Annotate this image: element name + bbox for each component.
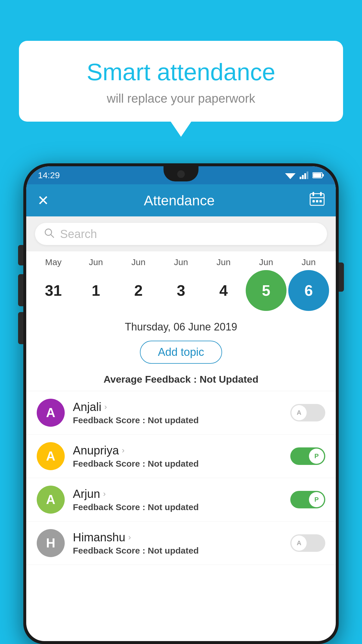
volume-up-button[interactable] <box>18 274 23 306</box>
student-feedback-anjali: Feedback Score : Not updated <box>73 415 282 425</box>
svg-rect-2 <box>300 177 301 179</box>
cal-month-6: Jun <box>288 257 329 267</box>
student-item-himanshu[interactable]: H Himanshu › Feedback Score : Not update… <box>26 522 336 565</box>
svg-rect-13 <box>312 200 315 202</box>
svg-rect-3 <box>302 175 304 179</box>
app-bar: ✕ Attendance <box>26 184 336 216</box>
cal-month-1: Jun <box>75 257 116 267</box>
add-topic-button[interactable]: Add topic <box>140 341 222 364</box>
cal-date-5[interactable]: 5 <box>246 270 287 311</box>
cal-month-5: Jun <box>246 257 287 267</box>
attendance-toggle-anupriya[interactable]: P <box>290 447 325 465</box>
avg-feedback-value: Not Updated <box>200 374 259 385</box>
svg-rect-8 <box>313 173 321 177</box>
calendar-icon <box>310 191 325 206</box>
toggle-arjun[interactable]: P <box>290 491 325 508</box>
avg-feedback: Average Feedback : Not Updated <box>26 371 336 391</box>
student-item-anupriya[interactable]: A Anupriya › Feedback Score : Not update… <box>26 435 336 478</box>
chevron-icon: › <box>128 533 131 542</box>
wifi-icon <box>285 172 296 179</box>
notch <box>164 166 198 181</box>
svg-line-17 <box>51 235 54 237</box>
toggle-thumb-anupriya: P <box>309 449 324 464</box>
toggle-himanshu[interactable]: A <box>290 534 325 552</box>
student-item-anjali[interactable]: A Anjali › Feedback Score : Not updated … <box>26 391 336 435</box>
student-item-arjun[interactable]: A Arjun › Feedback Score : Not updated P <box>26 478 336 522</box>
cal-date-2[interactable]: 2 <box>118 270 159 311</box>
student-feedback-anupriya: Feedback Score : Not updated <box>73 459 282 469</box>
calendar-strip: May Jun Jun Jun Jun Jun Jun 31 1 2 3 4 5… <box>26 251 336 314</box>
calendar-dates-row: 31 1 2 3 4 5 6 <box>32 270 330 311</box>
student-name-anjali: Anjali › <box>73 400 282 414</box>
svg-rect-4 <box>304 173 306 179</box>
status-time: 14:29 <box>38 170 60 180</box>
svg-rect-11 <box>320 192 322 196</box>
volume-down-button[interactable] <box>18 312 23 344</box>
student-info-anupriya: Anupriya › Feedback Score : Not updated <box>73 444 282 469</box>
front-camera <box>177 170 185 178</box>
silent-button[interactable] <box>18 245 23 265</box>
attendance-toggle-anjali[interactable]: A <box>290 404 325 421</box>
cal-month-2: Jun <box>118 257 159 267</box>
cal-month-3: Jun <box>161 257 201 267</box>
attendance-toggle-himanshu[interactable]: A <box>290 534 325 552</box>
app-title: Attendance <box>144 192 215 209</box>
search-container: Search <box>26 216 336 251</box>
student-info-anjali: Anjali › Feedback Score : Not updated <box>73 400 282 425</box>
student-name-himanshu: Himanshu › <box>73 531 282 544</box>
student-feedback-arjun: Feedback Score : Not updated <box>73 502 282 512</box>
student-info-arjun: Arjun › Feedback Score : Not updated <box>73 487 282 512</box>
avg-feedback-label: Average Feedback : <box>103 374 199 385</box>
chevron-icon: › <box>104 402 107 412</box>
battery-icon <box>312 172 324 178</box>
chevron-icon: › <box>103 489 106 498</box>
svg-rect-9 <box>310 194 324 205</box>
svg-rect-7 <box>322 174 324 176</box>
status-icons <box>285 172 324 179</box>
signal-icon <box>300 172 308 179</box>
speech-bubble-container: Smart attendance will replace your paper… <box>19 41 343 122</box>
svg-marker-0 <box>285 173 296 179</box>
avatar-arjun: A <box>37 486 65 514</box>
search-icon <box>44 228 54 241</box>
toggle-anjali[interactable]: A <box>290 404 325 421</box>
student-info-himanshu: Himanshu › Feedback Score : Not updated <box>73 531 282 556</box>
close-button[interactable]: ✕ <box>37 192 49 209</box>
phone-screen: 14:29 <box>26 166 336 641</box>
toggle-thumb-arjun: P <box>309 492 324 507</box>
student-list: A Anjali › Feedback Score : Not updated … <box>26 391 336 565</box>
cal-date-1[interactable]: 1 <box>75 270 116 311</box>
calendar-button[interactable] <box>310 191 325 210</box>
chevron-icon: › <box>122 446 124 455</box>
avatar-anjali: A <box>37 399 65 427</box>
search-bar[interactable]: Search <box>35 223 327 245</box>
speech-bubble-subtitle: will replace your paperwork <box>36 92 326 106</box>
cal-month-4: Jun <box>203 257 244 267</box>
svg-rect-15 <box>319 200 322 202</box>
status-bar: 14:29 <box>26 166 336 184</box>
add-topic-container: Add topic <box>26 338 336 371</box>
speech-bubble-title: Smart attendance <box>36 58 326 86</box>
speech-bubble: Smart attendance will replace your paper… <box>19 41 343 122</box>
search-placeholder: Search <box>60 228 97 241</box>
toggle-thumb-anjali: A <box>291 405 307 420</box>
cal-month-0: May <box>33 257 74 267</box>
cal-date-0[interactable]: 31 <box>33 270 74 311</box>
cal-date-3[interactable]: 3 <box>161 270 201 311</box>
svg-rect-5 <box>307 172 308 179</box>
avatar-himanshu: H <box>37 529 65 557</box>
toggle-anupriya[interactable]: P <box>290 447 325 465</box>
phone-frame: 14:29 <box>23 163 339 644</box>
svg-rect-14 <box>316 200 318 202</box>
student-feedback-himanshu: Feedback Score : Not updated <box>73 546 282 556</box>
cal-date-4[interactable]: 4 <box>203 270 244 311</box>
calendar-months-row: May Jun Jun Jun Jun Jun Jun <box>32 257 330 267</box>
avatar-anupriya: A <box>37 442 65 470</box>
toggle-thumb-himanshu: A <box>291 536 307 551</box>
cal-date-6[interactable]: 6 <box>288 270 329 311</box>
power-button[interactable] <box>339 262 344 292</box>
attendance-toggle-arjun[interactable]: P <box>290 491 325 508</box>
selected-date-display: Thursday, 06 June 2019 <box>26 314 336 338</box>
student-name-anupriya: Anupriya › <box>73 444 282 457</box>
student-name-arjun: Arjun › <box>73 487 282 501</box>
